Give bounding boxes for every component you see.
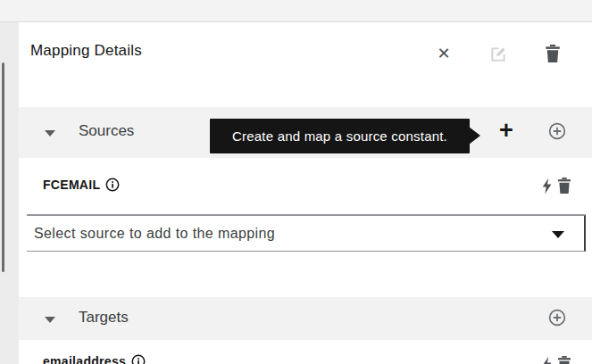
- chevron-down-icon: [45, 130, 55, 136]
- tooltip-create-source-constant: Create and map a source constant.: [210, 119, 470, 153]
- trash-icon: [545, 45, 561, 62]
- sources-collapse-toggle[interactable]: [43, 125, 57, 139]
- page-title: Mapping Details: [30, 42, 142, 60]
- remove-source-field-button[interactable]: [557, 176, 575, 195]
- bolt-icon: [541, 178, 553, 194]
- trash-icon: [557, 356, 575, 364]
- edit-icon: [490, 46, 507, 62]
- scrollbar-thumb[interactable]: [2, 62, 4, 272]
- source-field-row: FCEMAIL: [27, 158, 586, 215]
- source-field-name: FCEMAIL: [43, 178, 100, 192]
- plus-icon: +: [499, 117, 513, 144]
- add-target-field-button[interactable]: [547, 305, 572, 330]
- info-icon[interactable]: [105, 178, 120, 192]
- target-field-row: emailaddress: [27, 340, 586, 364]
- caret-down-icon: [552, 231, 564, 238]
- close-button[interactable]: ✕: [430, 42, 457, 65]
- sources-section-header: Sources Create and map a source constant…: [19, 107, 592, 158]
- left-scrollbar-track: [0, 22, 19, 364]
- targets-section-header: Targets: [19, 297, 592, 340]
- tooltip-text: Create and map a source constant.: [232, 128, 447, 144]
- targets-collapse-toggle[interactable]: [43, 311, 57, 326]
- edit-button[interactable]: [485, 42, 512, 65]
- target-field-actions: [541, 354, 575, 364]
- circle-plus-icon: [547, 121, 572, 141]
- add-source-select[interactable]: Select source to add to the mapping: [27, 215, 586, 252]
- target-field-name-wrap: emailaddress: [43, 354, 146, 364]
- source-field-name-wrap: FCEMAIL: [43, 178, 120, 192]
- target-field-name: emailaddress: [43, 354, 126, 364]
- select-placeholder: Select source to add to the mapping: [34, 226, 275, 242]
- sources-section-label: Sources: [79, 122, 134, 140]
- tooltip-arrow: [469, 127, 480, 145]
- bolt-icon: [541, 356, 553, 364]
- remove-target-field-button[interactable]: [557, 354, 575, 364]
- add-source-field-button[interactable]: [547, 119, 572, 144]
- trash-icon: [557, 178, 575, 194]
- add-source-constant-button[interactable]: +: [492, 116, 521, 145]
- mapping-details-screen: Mapping Details ✕: [0, 0, 592, 364]
- delete-mapping-button[interactable]: [539, 42, 566, 65]
- circle-plus-icon: [547, 308, 572, 327]
- targets-section-label: Targets: [79, 309, 129, 327]
- app-top-strip: [0, 0, 592, 22]
- chevron-down-icon: [45, 317, 55, 323]
- mapping-details-panel: Mapping Details ✕: [19, 22, 592, 364]
- close-icon: ✕: [437, 44, 450, 63]
- info-icon[interactable]: [131, 354, 146, 364]
- source-field-actions: [541, 176, 575, 195]
